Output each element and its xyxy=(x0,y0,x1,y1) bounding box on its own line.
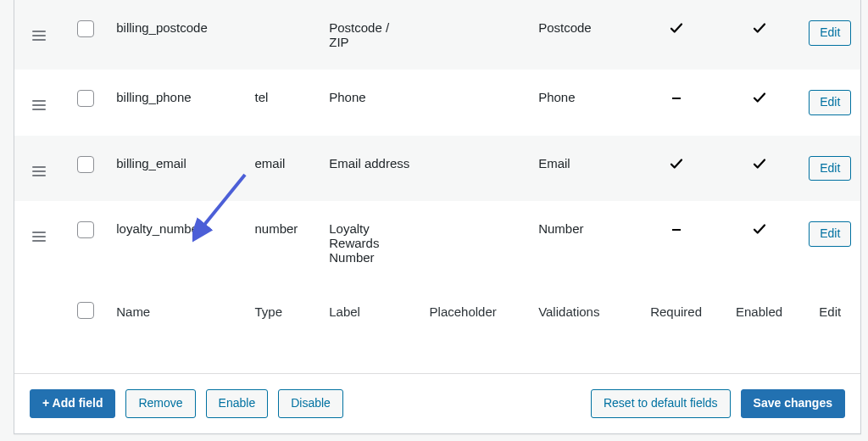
field-name: loyalty_number xyxy=(108,201,246,285)
field-validations: Phone xyxy=(530,70,633,136)
field-validations: Number xyxy=(530,201,633,285)
field-type: number xyxy=(246,201,320,285)
field-required xyxy=(634,201,719,285)
field-name: billing_postcode xyxy=(108,0,246,70)
col-header-required: Required xyxy=(634,285,719,338)
check-icon xyxy=(752,159,767,174)
edit-button[interactable]: Edit xyxy=(809,20,851,46)
drag-handle-icon[interactable] xyxy=(32,166,46,176)
dash-icon xyxy=(672,229,681,231)
field-required xyxy=(634,0,719,70)
check-icon xyxy=(752,93,767,108)
remove-button[interactable]: Remove xyxy=(125,389,195,418)
field-placeholder xyxy=(421,0,531,70)
field-required xyxy=(634,136,719,202)
field-type: email xyxy=(246,136,320,202)
check-icon xyxy=(752,225,767,239)
row-checkbox[interactable] xyxy=(77,156,94,173)
drag-handle-icon[interactable] xyxy=(32,100,46,110)
disable-button[interactable]: Disable xyxy=(278,389,343,418)
table-row: billing_emailemailEmail addressEmailEdit xyxy=(14,136,860,202)
col-header-validations: Validations xyxy=(530,285,633,338)
field-required xyxy=(634,70,719,136)
col-header-enabled: Enabled xyxy=(719,285,800,338)
check-icon xyxy=(669,24,684,38)
check-icon xyxy=(669,159,684,174)
field-placeholder xyxy=(421,136,531,202)
table-row: billing_postcodePostcode / ZIPPostcodeEd… xyxy=(14,0,860,70)
add-field-button[interactable]: + Add field xyxy=(30,389,115,418)
field-name: billing_phone xyxy=(108,70,246,136)
table-row: billing_phonetelPhonePhoneEdit xyxy=(14,70,860,136)
drag-handle-icon[interactable] xyxy=(32,232,46,242)
field-label: Loyalty Rewards Number xyxy=(320,201,420,285)
edit-button[interactable]: Edit xyxy=(809,156,851,181)
field-label: Postcode / ZIP xyxy=(320,0,420,70)
dash-icon xyxy=(672,98,681,99)
field-label: Phone xyxy=(320,70,420,136)
row-checkbox[interactable] xyxy=(77,90,94,107)
field-placeholder xyxy=(421,201,531,285)
edit-button[interactable]: Edit xyxy=(809,221,851,247)
col-header-label: Label xyxy=(320,285,420,338)
edit-button[interactable]: Edit xyxy=(809,90,851,115)
table-row: loyalty_numbernumberLoyalty Rewards Numb… xyxy=(14,201,860,285)
field-enabled xyxy=(719,70,800,136)
field-type xyxy=(246,0,320,70)
col-header-edit: Edit xyxy=(800,285,860,338)
field-label: Email address xyxy=(320,136,420,202)
field-enabled xyxy=(719,0,800,70)
field-validations: Postcode xyxy=(530,0,633,70)
row-checkbox[interactable] xyxy=(77,20,94,37)
select-all-checkbox[interactable] xyxy=(77,302,94,319)
drag-handle-icon[interactable] xyxy=(32,31,46,41)
field-type: tel xyxy=(246,70,320,136)
actions-bar: + Add field Remove Enable Disable Reset … xyxy=(14,373,860,433)
col-header-type: Type xyxy=(246,285,320,338)
field-name: billing_email xyxy=(108,136,246,202)
check-icon xyxy=(752,24,767,38)
field-enabled xyxy=(719,136,800,202)
save-changes-button[interactable]: Save changes xyxy=(741,389,845,418)
col-header-placeholder: Placeholder xyxy=(421,285,531,338)
enable-button[interactable]: Enable xyxy=(206,389,269,418)
field-enabled xyxy=(719,201,800,285)
col-header-name: Name xyxy=(108,285,246,338)
field-validations: Email xyxy=(530,136,633,202)
row-checkbox[interactable] xyxy=(77,221,94,238)
table-footer: Name Type Label Placeholder Validations … xyxy=(14,285,860,338)
reset-defaults-button[interactable]: Reset to default fields xyxy=(591,389,731,418)
field-placeholder xyxy=(421,70,531,136)
